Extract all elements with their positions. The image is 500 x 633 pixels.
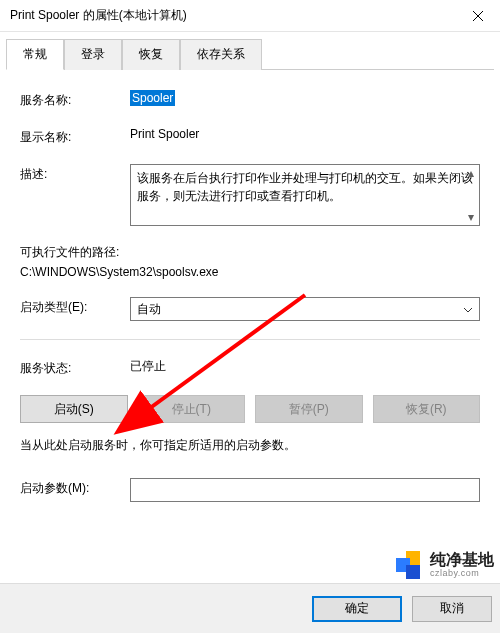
close-button[interactable] (455, 0, 500, 32)
start-params-input[interactable] (130, 478, 480, 502)
tab-logon[interactable]: 登录 (64, 39, 122, 70)
description-scrollbar[interactable]: ▴ ▾ (463, 165, 479, 225)
display-name-value: Print Spooler (130, 127, 480, 141)
service-status-value: 已停止 (130, 358, 480, 375)
start-params-label: 启动参数(M): (20, 478, 130, 497)
hint-text: 当从此处启动服务时，你可指定所适用的启动参数。 (20, 437, 480, 454)
stop-button: 停止(T) (138, 395, 246, 423)
description-box[interactable]: 该服务在后台执行打印作业并处理与打印机的交互。如果关闭该服务，则无法进行打印或查… (130, 164, 480, 226)
description-label: 描述: (20, 164, 130, 183)
tab-content: 服务名称: Spooler 显示名称: Print Spooler 描述: 该服… (0, 70, 500, 530)
startup-type-value: 自动 (137, 301, 161, 318)
titlebar: Print Spooler 的属性(本地计算机) (0, 0, 500, 32)
exe-path-label: 可执行文件的路径: (20, 244, 480, 261)
resume-button: 恢复(R) (373, 395, 481, 423)
scroll-down-icon[interactable]: ▾ (463, 209, 479, 225)
watermark: 纯净基地 czlaby.com (396, 551, 494, 579)
cancel-button[interactable]: 取消 (412, 596, 492, 622)
tab-general[interactable]: 常规 (6, 39, 64, 70)
divider (20, 339, 480, 340)
chevron-down-icon (463, 302, 473, 316)
tab-strip: 常规 登录 恢复 依存关系 (6, 38, 494, 70)
close-icon (473, 11, 483, 21)
watermark-en: czlaby.com (430, 569, 494, 579)
tab-dependencies[interactable]: 依存关系 (180, 39, 262, 70)
startup-type-label: 启动类型(E): (20, 297, 130, 316)
start-button[interactable]: 启动(S) (20, 395, 128, 423)
startup-type-select[interactable]: 自动 (130, 297, 480, 321)
pause-button: 暂停(P) (255, 395, 363, 423)
description-text: 该服务在后台执行打印作业并处理与打印机的交互。如果关闭该服务，则无法进行打印或查… (137, 171, 473, 203)
display-name-label: 显示名称: (20, 127, 130, 146)
tab-recovery[interactable]: 恢复 (122, 39, 180, 70)
service-status-label: 服务状态: (20, 358, 130, 377)
scroll-up-icon[interactable]: ▴ (463, 165, 479, 181)
dialog-footer: 确定 取消 (0, 583, 500, 633)
watermark-cn: 纯净基地 (430, 551, 494, 569)
exe-path-value: C:\WINDOWS\System32\spoolsv.exe (20, 265, 480, 279)
service-name-value: Spooler (130, 90, 480, 106)
service-name-label: 服务名称: (20, 90, 130, 109)
service-name-text: Spooler (130, 90, 175, 106)
ok-button[interactable]: 确定 (312, 596, 402, 622)
window-title: Print Spooler 的属性(本地计算机) (10, 7, 455, 24)
watermark-logo-icon (396, 551, 424, 579)
